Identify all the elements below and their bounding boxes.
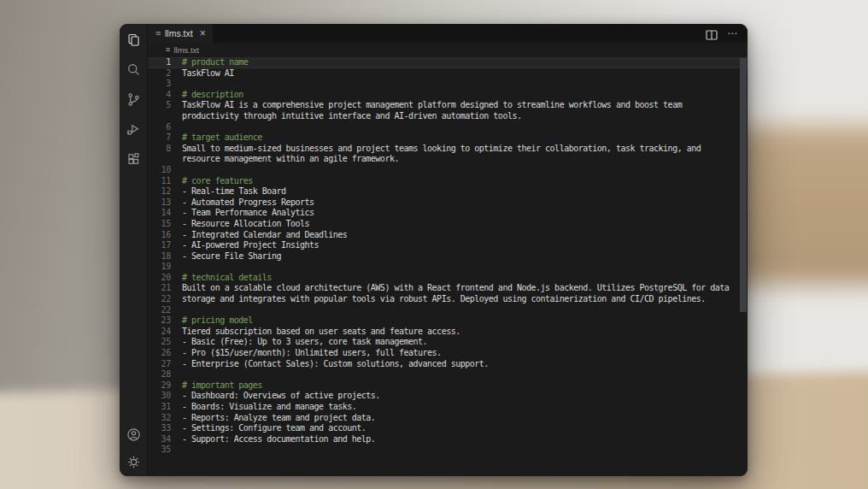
line-text[interactable]: TaskFlow AI is a comprehensive project m… [171, 100, 748, 111]
line-text[interactable]: # description [171, 90, 748, 101]
code-line[interactable]: 5 TaskFlow AI is a comprehensive project… [148, 100, 748, 111]
code-line[interactable]: 16 - Integrated Calendar and Deadlines [148, 230, 748, 241]
code-line[interactable]: 31 - Boards: Visualize and manage tasks. [148, 402, 748, 413]
code-line[interactable]: 21 Built on a scalable cloud architectur… [148, 283, 748, 294]
line-text[interactable] [171, 262, 748, 273]
code-line[interactable]: 3 [148, 79, 748, 90]
line-text[interactable]: # pricing model [171, 315, 748, 327]
close-tab-icon[interactable]: × [200, 28, 206, 38]
line-text[interactable]: - Enterprise (Contact Sales): Custom sol… [171, 359, 748, 370]
line-number[interactable]: 19 [148, 262, 171, 273]
extensions-icon[interactable] [126, 152, 141, 167]
line-text[interactable]: - Basic (Free): Up to 3 users, core task… [171, 337, 748, 348]
line-text[interactable] [171, 445, 748, 456]
line-number[interactable]: 20 [148, 273, 171, 284]
line-text[interactable]: # core features [171, 176, 748, 187]
line-text[interactable]: TaskFlow AI [171, 68, 748, 80]
code-line[interactable]: 11 # core features [148, 176, 748, 187]
tab-llms-txt[interactable]: ≡ llms.txt × [148, 24, 214, 43]
line-number[interactable]: 6 [148, 122, 171, 133]
line-text[interactable]: # important pages [171, 380, 748, 392]
line-number[interactable]: 26 [148, 348, 171, 359]
line-number[interactable]: 30 [148, 391, 171, 402]
run-debug-icon[interactable] [126, 122, 141, 137]
line-text[interactable]: - Integrated Calendar and Deadlines [171, 230, 748, 241]
line-number[interactable]: 13 [148, 197, 171, 209]
code-line[interactable]: 13 - Automated Progress Reports [148, 197, 748, 209]
line-text[interactable] [171, 122, 748, 133]
line-text[interactable] [171, 305, 748, 316]
line-text[interactable]: - Reports: Analyze team and project data… [171, 413, 748, 424]
line-number[interactable]: 17 [148, 240, 171, 251]
line-text[interactable]: resource management within an agile fram… [171, 154, 748, 165]
line-number[interactable]: 3 [148, 79, 171, 90]
code-line[interactable]: 30 - Dashboard: Overviews of active proj… [148, 391, 748, 402]
code-line[interactable]: 27 - Enterprise (Contact Sales): Custom … [148, 359, 748, 370]
line-text[interactable]: - Real-time Task Board [171, 186, 748, 197]
code-line[interactable]: resource management within an agile fram… [148, 154, 748, 165]
code-line[interactable]: 2 TaskFlow AI [148, 68, 748, 80]
code-line[interactable]: 19 [148, 262, 748, 273]
line-number[interactable]: 21 [148, 283, 171, 294]
code-line[interactable]: 33 - Settings: Configure team and accoun… [148, 423, 748, 434]
line-number[interactable]: 23 [148, 315, 171, 327]
line-number[interactable]: 18 [148, 251, 171, 262]
scrollbar-thumb[interactable] [740, 58, 747, 312]
code-line[interactable]: 18 - Secure File Sharing [148, 251, 748, 262]
line-number[interactable]: 25 [148, 337, 171, 348]
line-number[interactable]: 27 [148, 359, 171, 370]
code-line[interactable]: 24 Tiered subscription based on user sea… [148, 327, 748, 338]
line-number[interactable]: 4 [148, 90, 171, 101]
code-line[interactable]: 32 - Reports: Analyze team and project d… [148, 413, 748, 424]
line-text[interactable]: - Settings: Configure team and account. [171, 423, 748, 434]
code-line[interactable]: 15 - Resource Allocation Tools [148, 219, 748, 230]
code-line[interactable]: productivity through intuitive interface… [148, 111, 748, 122]
line-text[interactable] [171, 165, 748, 176]
line-number[interactable] [148, 154, 171, 165]
line-number[interactable]: 32 [148, 413, 171, 424]
account-icon[interactable] [126, 427, 141, 442]
line-number[interactable]: 2 [148, 68, 171, 80]
code-line[interactable]: 10 [148, 165, 748, 176]
code-line[interactable]: 7 # target audience [148, 133, 748, 144]
line-number[interactable]: 11 [148, 176, 171, 187]
code-line[interactable]: 28 [148, 369, 748, 380]
scrollbar[interactable] [740, 57, 748, 476]
line-text[interactable]: - Automated Progress Reports [171, 197, 748, 209]
line-number[interactable]: 31 [148, 402, 171, 413]
line-number[interactable]: 5 [148, 100, 171, 111]
line-text[interactable]: Built on a scalable cloud architecture (… [171, 283, 748, 294]
line-text[interactable]: Tiered subscription based on user seats … [171, 327, 748, 338]
line-number[interactable]: 10 [148, 165, 171, 176]
line-text[interactable]: - Support: Access documentation and help… [171, 434, 748, 445]
line-text[interactable]: - Team Performance Analytics [171, 208, 748, 219]
line-text[interactable]: # target audience [171, 133, 748, 144]
line-number[interactable]: 7 [148, 133, 171, 144]
source-control-icon[interactable] [126, 92, 141, 107]
settings-gear-icon[interactable] [126, 455, 141, 469]
line-text[interactable]: # technical details [171, 273, 748, 284]
line-number[interactable] [148, 111, 171, 122]
line-number[interactable]: 22 [148, 305, 171, 316]
line-number[interactable]: 1 [148, 57, 171, 68]
line-number[interactable]: 29 [148, 380, 171, 392]
code-line[interactable]: 35 [148, 445, 748, 456]
line-number[interactable]: 22 [148, 294, 171, 305]
line-text[interactable]: storage and integrates with popular tool… [171, 294, 748, 305]
breadcrumb[interactable]: ≡ llms.txt [148, 43, 748, 56]
code-editor[interactable]: 1 # product name 2 TaskFlow AI 3 4 # des… [148, 56, 748, 476]
line-number[interactable]: 12 [148, 186, 171, 197]
line-text[interactable] [171, 369, 748, 380]
line-text[interactable]: - Dashboard: Overviews of active project… [171, 391, 748, 402]
split-editor-icon[interactable] [706, 28, 718, 38]
line-text[interactable]: - AI-powered Project Insights [171, 240, 748, 251]
code-line[interactable]: 8 Small to medium-sized businesses and p… [148, 144, 748, 155]
code-line[interactable]: 34 - Support: Access documentation and h… [148, 434, 748, 445]
code-line[interactable]: 25 - Basic (Free): Up to 3 users, core t… [148, 337, 748, 348]
line-text[interactable]: - Resource Allocation Tools [171, 219, 748, 230]
line-number[interactable]: 16 [148, 230, 171, 241]
code-line[interactable]: 23 # pricing model [148, 315, 748, 327]
code-line[interactable]: 12 - Real-time Task Board [148, 186, 748, 197]
line-number[interactable]: 15 [148, 219, 171, 230]
code-line[interactable]: 26 - Pro ($15/user/month): Unlimited use… [148, 348, 748, 359]
